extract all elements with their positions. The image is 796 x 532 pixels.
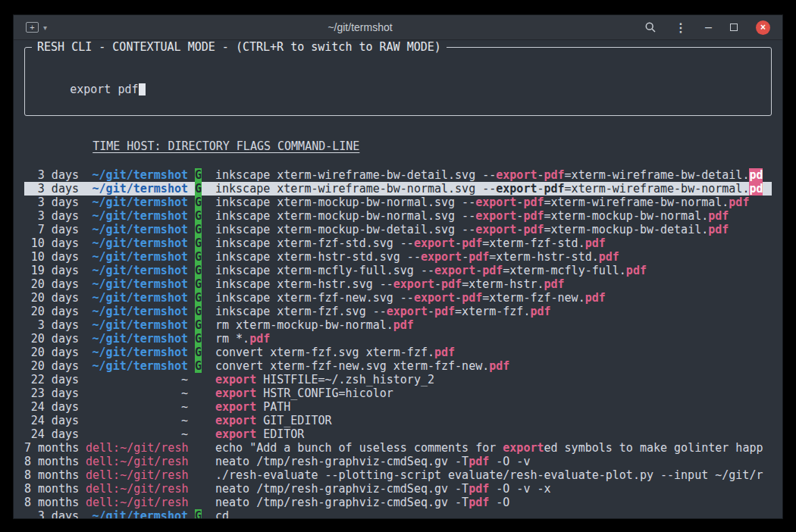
history-row[interactable]: 8 monthsdell:~/git/reshneato /tmp/resh-g… — [24, 496, 772, 509]
row-time: 3 days — [24, 182, 79, 196]
row-git-flag — [195, 400, 202, 414]
history-row[interactable]: 10 days~/git/termshotGinkscape xterm-fzf… — [24, 236, 772, 250]
row-command: inkscape xterm-fzf-new.svg --export-pdf=… — [215, 291, 772, 305]
row-directory: ~/git/termshot — [86, 346, 188, 359]
row-directory: ~/git/termshot — [86, 209, 188, 223]
history-row[interactable]: 19 days~/git/termshotGinkscape xterm-mcf… — [24, 264, 772, 277]
history-row[interactable]: 8 monthsdell:~/git/resh./resh-evaluate -… — [24, 468, 772, 482]
row-time: 23 days — [24, 386, 79, 400]
history-row[interactable]: 3 days~/git/termshotGcd — [24, 509, 772, 518]
history-row[interactable]: 8 monthsdell:~/git/reshneato /tmp/resh-g… — [24, 482, 772, 496]
history-row[interactable]: 20 days~/git/termshotGinkscape xterm-hst… — [24, 277, 772, 291]
history-row[interactable]: 7 monthsdell:~/git/reshecho "Add a bunch… — [24, 441, 772, 455]
row-directory: ~/git/termshot — [86, 359, 188, 373]
history-row[interactable]: 22 days~export HISTFILE=~/.zsh_history_2 — [24, 373, 772, 386]
search-query[interactable]: export pdf — [70, 83, 138, 96]
row-directory: ~/git/termshot — [86, 305, 188, 318]
row-directory: dell:~/git/resh — [86, 482, 188, 496]
restore-button[interactable] — [730, 23, 738, 31]
row-git-flag: G — [195, 250, 202, 264]
row-time: 3 days — [24, 209, 79, 223]
row-git-flag: G — [195, 236, 202, 250]
row-git-flag: G — [195, 346, 202, 359]
history-row[interactable]: 20 days~/git/termshotGconvert xterm-fzf.… — [24, 346, 772, 359]
history-row[interactable]: 20 days~/git/termshotGconvert xterm-fzf-… — [24, 359, 772, 373]
row-time: 20 days — [24, 291, 79, 305]
history-row[interactable]: 20 days~/git/termshotGrm *.pdf — [24, 332, 772, 346]
history-row[interactable]: 24 days~export EDITOR — [24, 427, 772, 441]
close-button[interactable]: × — [756, 20, 770, 35]
row-directory: ~/git/termshot — [86, 318, 188, 332]
history-row[interactable]: 7 days~/git/termshotGinkscape xterm-mock… — [24, 223, 772, 236]
search-icon[interactable] — [644, 21, 657, 33]
row-directory: ~/git/termshot — [86, 196, 188, 209]
history-row[interactable]: 24 days~export GIT_EDITOR — [24, 414, 772, 427]
history-row[interactable]: 3 days~/git/termshotGinkscape xterm-mock… — [24, 196, 772, 209]
history-row[interactable]: 20 days~/git/termshotGinkscape xterm-fzf… — [24, 305, 772, 318]
history-row[interactable]: 3 days~/git/termshotGinkscape xterm-mock… — [24, 209, 772, 223]
row-directory: ~/git/termshot — [86, 291, 188, 305]
row-command: rm xterm-mockup-bw-normal.pdf — [215, 318, 772, 332]
row-directory: dell:~/git/resh — [86, 496, 188, 509]
row-time: 3 days — [24, 509, 79, 518]
row-directory: ~/git/termshot — [86, 264, 188, 277]
minimize-button[interactable]: – — [705, 20, 712, 34]
row-command: export GIT_EDITOR — [215, 414, 772, 427]
titlebar: + ▾ ~/git/termshot ⋮ – × — [14, 15, 782, 40]
row-git-flag — [195, 468, 202, 482]
row-directory: dell:~/git/resh — [86, 468, 188, 482]
row-command: inkscape xterm-mockup-bw-detail.svg --ex… — [215, 223, 772, 236]
row-time: 3 days — [24, 196, 79, 209]
history-row[interactable]: 10 days~/git/termshotGinkscape xterm-hst… — [24, 250, 772, 264]
row-command: inkscape xterm-fzf-std.svg --export-pdf=… — [215, 236, 772, 250]
search-box-title: RESH CLI - CONTEXTUAL MODE - (CTRL+R to … — [32, 40, 447, 54]
table-header: TIME HOST: DIRECTORY FLAGS COMMAND-LINE — [24, 126, 772, 167]
row-time: 20 days — [24, 277, 79, 291]
row-time: 8 months — [24, 468, 79, 482]
row-command: inkscape xterm-fzf.svg --export-pdf=xter… — [215, 305, 772, 318]
menu-kebab-icon[interactable]: ⋮ — [675, 20, 687, 35]
row-time: 24 days — [24, 427, 79, 441]
row-git-flag: G — [195, 291, 202, 305]
history-row[interactable]: 3 days~/git/termshotGinkscape xterm-wire… — [24, 168, 772, 182]
row-command: ./resh-evaluate --plotting-script evalua… — [215, 468, 772, 482]
history-row[interactable]: 3 days~/git/termshotGinkscape xterm-wire… — [24, 182, 772, 196]
row-git-flag — [195, 482, 202, 496]
row-command: export EDITOR — [215, 427, 772, 441]
row-git-flag: G — [195, 182, 202, 196]
row-git-flag — [195, 441, 202, 455]
row-git-flag — [195, 496, 202, 509]
history-row[interactable]: 3 days~/git/termshotGrm xterm-mockup-bw-… — [24, 318, 772, 332]
history-row[interactable]: 24 days~export PATH — [24, 400, 772, 414]
row-time: 20 days — [24, 359, 79, 373]
search-box[interactable]: RESH CLI - CONTEXTUAL MODE - (CTRL+R to … — [24, 47, 772, 116]
text-cursor — [139, 83, 146, 95]
row-directory: ~ — [86, 400, 188, 414]
row-command: inkscape xterm-wireframe-bw-detail.svg -… — [215, 168, 772, 182]
row-command: export HSTR_CONFIG=hicolor — [215, 386, 772, 400]
row-directory: ~/git/termshot — [86, 277, 188, 291]
history-row[interactable]: 8 monthsdell:~/git/reshneato /tmp/resh-g… — [24, 455, 772, 468]
row-command: convert xterm-fzf.svg xterm-fzf.pdf — [215, 346, 772, 359]
row-command: neato /tmp/resh-graphviz-cmdSeq.gv -Tpdf… — [215, 482, 772, 496]
new-tab-icon[interactable]: + — [26, 22, 39, 33]
row-directory: dell:~/git/resh — [86, 455, 188, 468]
row-git-flag: G — [195, 264, 202, 277]
history-row[interactable]: 20 days~/git/termshotGinkscape xterm-fzf… — [24, 291, 772, 305]
row-time: 20 days — [24, 346, 79, 359]
new-tab-dropdown-icon[interactable]: ▾ — [43, 23, 47, 32]
row-git-flag — [195, 373, 202, 386]
row-time: 20 days — [24, 332, 79, 346]
row-directory: ~/git/termshot — [86, 168, 188, 182]
row-directory: ~/git/termshot — [86, 509, 188, 518]
row-time: 24 days — [24, 414, 79, 427]
row-git-flag: G — [195, 332, 202, 346]
history-row[interactable]: 23 days~export HSTR_CONFIG=hicolor — [24, 386, 772, 400]
window-title: ~/git/termshot — [112, 21, 608, 33]
row-time: 8 months — [24, 496, 79, 509]
row-time: 10 days — [24, 250, 79, 264]
row-command: neato /tmp/resh-graphviz-cmdSeq.gv -Tpdf… — [215, 496, 772, 509]
row-time: 20 days — [24, 305, 79, 318]
row-directory: ~/git/termshot — [86, 236, 188, 250]
row-time: 7 days — [24, 223, 79, 236]
